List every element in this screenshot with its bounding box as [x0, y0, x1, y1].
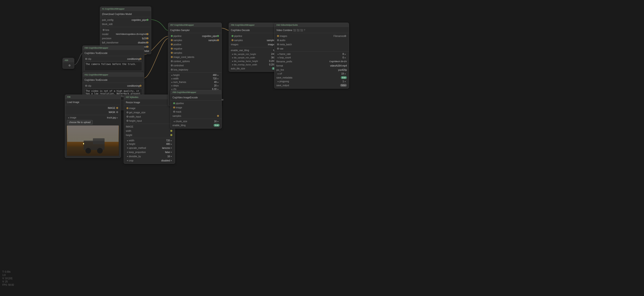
- node-37-width-param: ◄ width 720 ►: [124, 139, 175, 142]
- node-44-question: ?: [304, 29, 305, 32]
- node-31-clip: clip conditioning: [83, 84, 144, 88]
- node-57-controlnet: controlnet: [168, 63, 222, 68]
- node-36-preview: [67, 125, 119, 156]
- node-44-pingpong: ◄ pingpong 1 ►: [274, 80, 349, 83]
- socket-model-out: [146, 33, 148, 35]
- node-57-contextopts: context_options: [168, 59, 222, 63]
- socket-57-pipeline-out: [217, 35, 219, 37]
- node-58-body: CogVideo ImageEncode pipeline image mask…: [171, 94, 222, 128]
- socket-56-samples-in: [232, 39, 234, 41]
- socket-57-imagecond: [171, 56, 173, 58]
- node-31-id: #31 CogVideoXWrapper: [84, 74, 108, 76]
- node-1-model: model Nim/Video/cogvideox-2b-img2vid: [100, 32, 151, 36]
- node-20: #20: [62, 58, 74, 69]
- socket-37-getimgsize: [126, 111, 128, 113]
- node-57-imagecond: image_cond_latents: [168, 55, 222, 59]
- node-56-samples: samples samples: [229, 38, 280, 42]
- socket-44-audio: [277, 39, 279, 41]
- socket-58-samples-out: [217, 115, 219, 117]
- node-44-id: #44 VideoHelperSuite: [276, 24, 298, 26]
- socket-57-samples2: [171, 52, 173, 54]
- node-58-image: image: [171, 105, 222, 110]
- node-1-header: #1 CogVideoXWrapper: [100, 7, 151, 11]
- node-36-title-row: Load Image: [65, 100, 121, 104]
- socket-lora-in: [103, 29, 104, 31]
- node-36-body: Load Image IMAGE MASK ◄ image truck.jpg …: [65, 99, 121, 158]
- socket-44-metabatch: [277, 44, 279, 45]
- socket-30-clip-in: [85, 58, 87, 60]
- node-37-width-out: width: [124, 129, 175, 133]
- socket-compile-out: [146, 46, 148, 48]
- node-56-overlapheight: ◄ tile_overlap_factor_height 0.200 ►: [229, 59, 280, 63]
- svg-point-6: [97, 148, 103, 153]
- stats-time: T: 0.00s: [2, 270, 14, 273]
- node-44-videocombine: #44 VideoHelperSuite Video Combine ⬛ ⬛ ⬛…: [274, 23, 349, 89]
- socket-fp8-out: [146, 42, 148, 44]
- node-37-id: #37 KjNodes: [126, 96, 138, 98]
- node-1-fp8: fp8_transformer disabled: [100, 41, 151, 45]
- node-44-vae: vae: [274, 47, 349, 51]
- node-57-positive: positive: [168, 42, 222, 47]
- node-30-header: #30 CogVideoXWrapper: [83, 46, 144, 50]
- node-37-height-param: ◄ height 480 ►: [124, 142, 175, 146]
- node-1-blockedit: block_edit: [100, 22, 151, 26]
- socket-57-positive: [171, 44, 173, 45]
- node-30-text[interactable]: The camera follows before the truck.: [84, 62, 142, 71]
- node-37-header: #37 KjNodes ?: [124, 95, 175, 99]
- node-20-header: #20: [63, 58, 74, 62]
- socket-44-images-in: [277, 35, 279, 37]
- socket-44-filenames-out: [344, 35, 346, 37]
- node-44-images-in: images Filenames: [274, 34, 349, 38]
- node-56-body: CogVideo Decode pipeline samples samples…: [229, 27, 280, 72]
- node-36-loadimage: #36 Load Image IMAGE MASK ◄ image truck.…: [65, 95, 121, 158]
- node-44-savemeta: save_metadata true: [274, 76, 349, 80]
- stats-line1: 1.0: [2, 273, 14, 277]
- node-58-tiling-toggle[interactable]: true: [214, 124, 220, 127]
- node-57-negative: negative: [168, 47, 222, 51]
- stats-fps: FPS: 58.82: [2, 283, 14, 287]
- node-44-title-row: Video Combine ⬛ ⬛ ⬛ ?: [274, 28, 349, 32]
- node-20-id: #20: [65, 59, 68, 62]
- node-20-out: [64, 63, 73, 68]
- node-56-title-row: CogVideo Decode: [229, 28, 280, 32]
- node-56-autotile: auto_tile_size true: [229, 66, 280, 71]
- node-44-format: format video/h264-mp4: [274, 64, 349, 68]
- socket-37-image-in: [126, 107, 128, 109]
- node-56-id: #56 CogVideoXWrapper: [231, 24, 255, 26]
- node-36-header: #36: [65, 95, 121, 99]
- socket-44-vae: [277, 48, 279, 50]
- node-58-title-row: CogVideo ImageEncode: [171, 95, 222, 100]
- node-58-pipeline: pipeline: [171, 101, 222, 105]
- node-57-header: #57 CogVideoXWrapper: [168, 23, 222, 27]
- socket-57-negative: [171, 48, 173, 50]
- node-56-tileheight: ◄ tile_sample_min_height 240 ►: [229, 52, 280, 56]
- node-57-samples: samples samples: [168, 38, 222, 42]
- node-30-id: #30 CogVideoXWrapper: [84, 47, 108, 49]
- node-37-crop: ◄ crop disabled ►: [124, 158, 175, 163]
- socket-pubconfig-out: [146, 19, 148, 21]
- node-44-filenameprefix: filename_prefix CogVideoX-2b-I2V: [274, 59, 349, 64]
- node-37-divisible: ◄ divisible_by 16 ►: [124, 154, 175, 158]
- node-56-overlapwidth: ◄ tile_overlap_factor_width 0.200 ►: [229, 63, 280, 66]
- socket-37-height-out: [170, 134, 172, 136]
- node-36-upload-btn[interactable]: choose file to upload: [67, 120, 93, 125]
- node-1-id: #1 CogVideoXWrapper: [102, 8, 125, 10]
- node-56-tilewidth: ◄ tile_sample_min_width 360 ►: [229, 56, 280, 59]
- node-36-imagefile: ◄ image truck.jpg ►: [65, 116, 121, 119]
- node-31-header: #31 CogVideoXWrapper: [83, 73, 144, 77]
- node-58-mask: mask: [171, 110, 222, 114]
- node-44-header: #44 VideoHelperSuite: [274, 23, 349, 27]
- node-57-loratraj: lora_trajectory: [168, 68, 222, 72]
- node-44-savemeta-toggle[interactable]: true: [341, 76, 347, 79]
- node-37-keepratio: ◄ keep_proportion false ►: [124, 150, 175, 154]
- node-37-title-row: Resize Image: [124, 100, 175, 104]
- node-1-precision: precision fp16: [100, 36, 151, 41]
- socket-precision-out: [146, 37, 148, 39]
- node-36-mask-out: MASK: [65, 110, 121, 114]
- node-56-images-out: images images: [229, 42, 280, 47]
- node-1-title: (Down)load CogVideo Model: [102, 13, 132, 16]
- node-58-imageencode: #58 CogVideoXWrapper CogVideo ImageEncod…: [170, 90, 222, 129]
- node-44-saveoutput-toggle[interactable]: false: [340, 84, 347, 87]
- stats-overlay: T: 0.00s 1.0 V: 10 [10] V: 25 FPS: 58.82: [2, 270, 14, 287]
- truck-image-svg: [67, 125, 119, 156]
